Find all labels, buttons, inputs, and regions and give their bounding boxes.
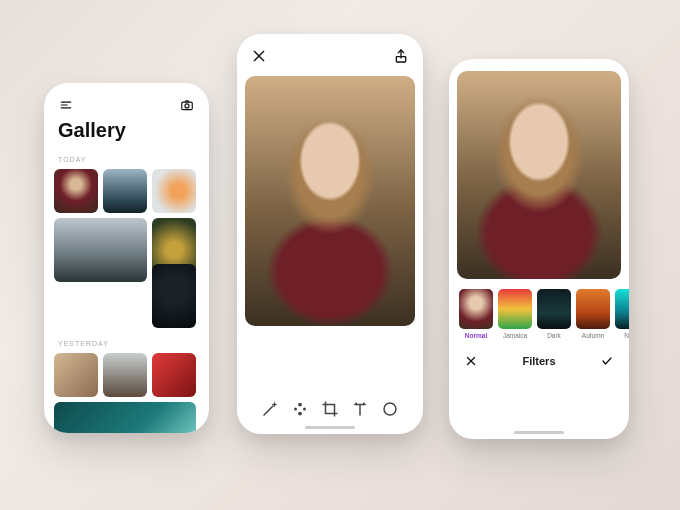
shape-icon[interactable]	[381, 400, 399, 418]
svg-point-11	[303, 408, 306, 411]
filter-autumn[interactable]: Autumn	[576, 289, 610, 339]
photo-thumb[interactable]	[54, 169, 98, 213]
svg-point-8	[298, 403, 302, 407]
menu-icon[interactable]	[58, 97, 74, 113]
text-icon[interactable]	[351, 400, 369, 418]
filters-screen: Normal Jamaica Dark Autumn Neon Filters	[449, 59, 629, 439]
filter-neon[interactable]: Neon	[615, 289, 629, 339]
filter-jamaica[interactable]: Jamaica	[498, 289, 532, 339]
filters-row: Normal Jamaica Dark Autumn Neon	[449, 279, 629, 343]
filter-label: Jamaica	[498, 332, 532, 339]
filter-thumb	[498, 289, 532, 329]
yesterday-grid	[44, 353, 209, 433]
close-icon[interactable]	[251, 48, 267, 64]
filter-label: Neon	[615, 332, 629, 339]
photo-thumb[interactable]	[152, 169, 196, 213]
photo-thumb[interactable]	[54, 353, 98, 397]
svg-point-9	[298, 412, 302, 416]
photo-thumb[interactable]	[152, 264, 196, 328]
section-today-label: TODAY	[44, 152, 209, 169]
page-title: Gallery	[44, 119, 209, 152]
filter-label: Autumn	[576, 332, 610, 339]
photo-preview[interactable]	[457, 71, 621, 279]
filter-normal[interactable]: Normal	[459, 289, 493, 339]
confirm-icon[interactable]	[599, 353, 615, 369]
home-indicator	[514, 431, 564, 434]
adjust-icon[interactable]	[291, 400, 309, 418]
photo-thumb[interactable]	[103, 353, 147, 397]
filter-label: Normal	[459, 332, 493, 339]
camera-icon[interactable]	[179, 97, 195, 113]
today-grid	[44, 169, 209, 336]
photo-thumb[interactable]	[152, 353, 196, 397]
filter-label: Dark	[537, 332, 571, 339]
editor-toolbar	[237, 400, 423, 418]
filter-thumb	[576, 289, 610, 329]
crop-icon[interactable]	[321, 400, 339, 418]
editor-screen	[237, 34, 423, 434]
magic-wand-icon[interactable]	[261, 400, 279, 418]
filter-thumb	[459, 289, 493, 329]
share-icon[interactable]	[393, 48, 409, 64]
svg-rect-3	[182, 102, 193, 110]
svg-point-4	[185, 104, 189, 108]
svg-point-10	[294, 408, 297, 411]
filters-title: Filters	[522, 355, 555, 367]
filter-dark[interactable]: Dark	[537, 289, 571, 339]
photo-thumb[interactable]	[103, 169, 147, 213]
filter-thumb	[615, 289, 629, 329]
home-indicator	[305, 426, 355, 429]
svg-point-12	[384, 403, 396, 415]
cancel-icon[interactable]	[463, 353, 479, 369]
filter-thumb	[537, 289, 571, 329]
photo-thumb[interactable]	[54, 402, 196, 433]
filters-bar: Filters	[449, 343, 629, 369]
photo-preview[interactable]	[245, 76, 415, 326]
section-yesterday-label: YESTERDAY	[44, 336, 209, 353]
gallery-screen: Gallery TODAY YESTERDAY	[44, 83, 209, 433]
photo-thumb[interactable]	[54, 218, 147, 282]
